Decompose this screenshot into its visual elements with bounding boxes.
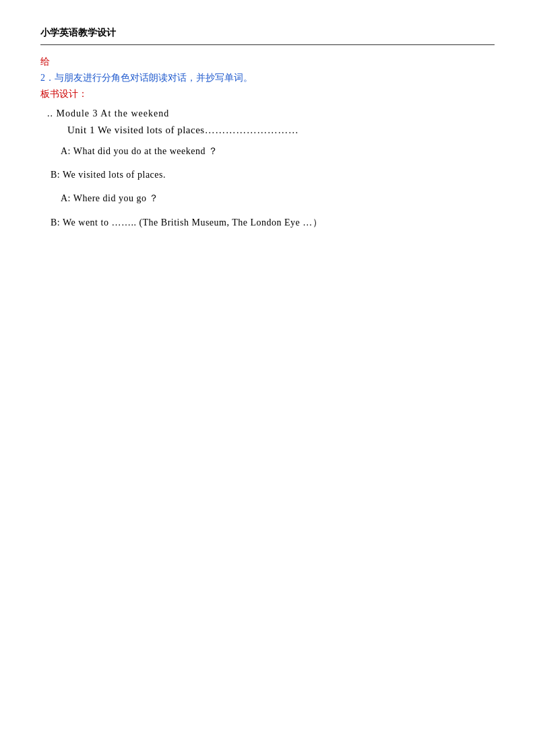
item2-text: 2．与朋友进行分角色对话朗读对话，并抄写单词。 [40,72,495,84]
page-title: 小学英语教学设计 [40,27,495,39]
title-divider [40,44,495,45]
board-design-label: 板书设计： [40,88,495,100]
unit-line: Unit 1 We visited lots of places……………………… [47,125,495,136]
item1-label: 给 [40,56,495,68]
module-line: .. Module 3 At the weekend [47,108,495,119]
dialogue-b2: B: We went to …….. (The British Museum, … [47,214,495,231]
dialogue-a1: A: What did you do at the weekend ？ [47,143,495,160]
dialogue-a2: A: Where did you go ？ [47,190,495,207]
dialogue-b1: B: We visited lots of places. [47,166,495,183]
page-wrapper: 小学英语教学设计 给 2．与朋友进行分角色对话朗读对话，并抄写单词。 板书设计：… [40,27,495,231]
blackboard-section: .. Module 3 At the weekend Unit 1 We vis… [47,108,495,231]
